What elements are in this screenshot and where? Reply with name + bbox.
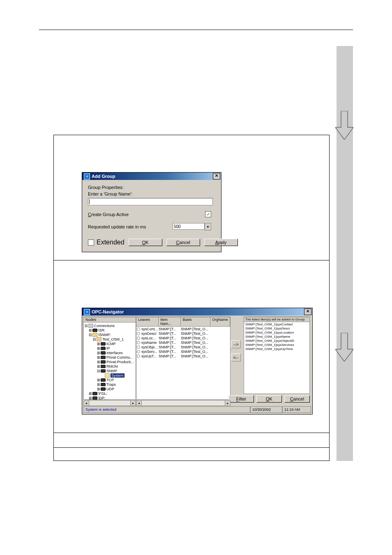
tree-node[interactable]: ⊞Interfaces xyxy=(85,350,135,355)
list-row[interactable]: sysDescrSNMP:[T...SNMP:[Test_O... xyxy=(136,331,230,336)
close-button[interactable]: ✕ xyxy=(304,309,311,315)
create-active-label: Create Group Active xyxy=(88,212,129,217)
folder-open-icon xyxy=(92,333,97,337)
bino-icon xyxy=(101,387,106,391)
update-rate-input[interactable] xyxy=(173,223,205,230)
list-row[interactable]: sysServ...SNMP:[T...SNMP:[Test_O... xyxy=(136,349,230,354)
selected-item[interactable]: SNMP:[Test_OSM_1]sysName xyxy=(245,335,308,339)
arrow-down-icon xyxy=(335,111,353,140)
list-row[interactable]: sysUpT...SNMP:[T...SNMP:[Test_O... xyxy=(136,354,230,358)
selected-item[interactable]: SNMP:[Test_OSM_1]sysLocation xyxy=(245,331,308,335)
col-item[interactable]: Item Nam... xyxy=(159,317,181,326)
status-time: 11:10 AM xyxy=(282,406,311,413)
tree-node[interactable]: ⊞\FDL: xyxy=(85,391,135,396)
tree-node[interactable]: ⊞Traps xyxy=(85,382,135,387)
selected-item[interactable]: SNMP:[Test_OSM_1]sysUpTime xyxy=(245,347,308,351)
tree-node[interactable]: ⊞IP xyxy=(85,346,135,350)
tree-node[interactable]: ⊞RMON xyxy=(85,364,135,368)
bino-icon xyxy=(101,342,106,345)
apply-button[interactable]: Apply xyxy=(204,239,238,246)
dialog-title: Add Group xyxy=(92,174,115,179)
selected-items-panel[interactable]: The listed Item(s) will be added to Grou… xyxy=(244,317,310,394)
sidebar-shade xyxy=(337,46,353,461)
tree-node[interactable]: ⊞\SR: xyxy=(85,328,135,332)
bino-icon xyxy=(101,383,106,386)
tree-node[interactable]: System xyxy=(85,373,135,378)
bino-icon xyxy=(101,360,106,364)
selected-items-header: The listed Item(s) will be added to Grou… xyxy=(244,317,309,322)
opc-navigator-window: ⋆ OPC-Navigator ✕ Nodes ⊟Connections⊞\SR… xyxy=(82,308,313,415)
tree-node[interactable]: ⊟Connections xyxy=(85,323,135,328)
window-title: OPC-Navigator xyxy=(92,309,124,314)
status-bar: System is selected 10/30/2002 11:10 AM xyxy=(83,406,311,413)
tree-node[interactable]: ⊞Privat-Producti... xyxy=(85,359,135,364)
transfer-buttons: --> <-- xyxy=(231,340,241,362)
folder-sel-icon xyxy=(105,373,110,378)
col-leaves[interactable]: Leaves xyxy=(136,317,159,326)
bino-icon xyxy=(101,378,106,382)
list-row[interactable]: sysObje...SNMP:[T...SNMP:[Test_O... xyxy=(136,345,230,349)
cancel-button[interactable]: Cancel xyxy=(166,239,200,246)
svg-marker-0 xyxy=(335,111,353,140)
bino-icon xyxy=(101,347,106,350)
computer-icon xyxy=(88,324,93,328)
ok-button[interactable]: OK xyxy=(129,239,162,246)
filter-button[interactable]: Filter xyxy=(228,395,254,403)
titlebar[interactable]: ⋆ OPC-Navigator ✕ xyxy=(82,308,312,315)
arrow-down-icon xyxy=(335,333,353,362)
update-rate-spinner[interactable]: ▼ xyxy=(173,223,211,230)
col-org[interactable]: OrgName xyxy=(210,317,230,326)
leaves-panel[interactable]: Leaves Item Nam... Basis OrgName sysCont… xyxy=(136,317,231,400)
list-row[interactable]: sysLoc...SNMP:[T...SNMP:[Test_O... xyxy=(136,336,230,340)
extended-checkbox[interactable] xyxy=(88,240,94,246)
list-row[interactable]: sysNameSNMP:[T...SNMP:[Test_O... xyxy=(136,340,230,345)
group-name-input[interactable] xyxy=(88,198,213,205)
bino-icon xyxy=(101,365,106,368)
cancel-button[interactable]: Cancel xyxy=(284,395,310,403)
tree-node[interactable]: ⊞TCP xyxy=(85,378,135,382)
col-basis[interactable]: Basis xyxy=(181,317,210,326)
tree-header: Nodes xyxy=(84,317,136,322)
tree-node[interactable]: ⊞\DP: xyxy=(85,396,135,400)
bino-icon xyxy=(101,351,106,355)
page: ⋆ Add Group ✕ Group Properties: Enter a … xyxy=(0,0,392,555)
move-right-button[interactable]: --> xyxy=(231,340,241,348)
create-active-checkbox[interactable]: ✓ xyxy=(205,211,211,217)
titlebar[interactable]: ⋆ Add Group ✕ xyxy=(82,173,221,180)
add-group-dialog: ⋆ Add Group ✕ Group Properties: Enter a … xyxy=(82,172,221,252)
bino-icon xyxy=(92,329,97,332)
tree-node[interactable]: ⊞ICMP xyxy=(85,341,135,346)
tree-node[interactable]: ⊞Privat-Commo... xyxy=(85,355,135,359)
selected-item[interactable]: SNMP:[Test_OSM_1]sysContact xyxy=(245,322,308,327)
main-instruction-box: ⋆ Add Group ✕ Group Properties: Enter a … xyxy=(53,135,330,461)
rate-dropdown-button[interactable]: ▼ xyxy=(205,223,211,230)
app-icon: ⋆ xyxy=(84,173,90,180)
bino-icon xyxy=(101,369,106,373)
tree-node[interactable]: ⊟SNMP xyxy=(85,368,135,373)
folder-open-icon xyxy=(97,337,101,341)
selected-item[interactable]: SNMP:[Test_OSM_1]sysServices xyxy=(245,343,308,347)
scroll-left-button[interactable]: ◂ xyxy=(136,401,142,405)
extended-label: Extended xyxy=(97,239,125,246)
list-row[interactable]: sysCont...SNMP:[T...SNMP:[Test_O... xyxy=(136,327,230,331)
selected-item[interactable]: SNMP:[Test_OSM_1]sysObjectID xyxy=(245,339,308,343)
app-icon: ⋆ xyxy=(84,309,90,315)
header-rule xyxy=(39,30,353,30)
tree-node[interactable]: ⊞UDP xyxy=(85,387,135,391)
close-button[interactable]: ✕ xyxy=(213,173,220,180)
tree-node[interactable]: ⊟Test_OSM_1 xyxy=(85,337,135,341)
bino-icon xyxy=(92,396,97,400)
scroll-right-button[interactable]: ▸ xyxy=(225,401,230,405)
status-text: System is selected xyxy=(83,406,250,413)
bino-icon xyxy=(101,356,106,359)
selected-item[interactable]: SNMP:[Test_OSM_1]sysDescr xyxy=(245,327,308,331)
scroll-left-button[interactable]: ◂ xyxy=(84,401,89,405)
move-left-button[interactable]: <-- xyxy=(231,353,241,362)
group-properties-label: Group Properties: xyxy=(88,185,215,190)
tree-node[interactable]: ⊟\SNMP: xyxy=(85,332,135,337)
scroll-right-button[interactable]: ▸ xyxy=(130,401,136,405)
tree-panel[interactable]: Nodes ⊟Connections⊞\SR:⊟\SNMP:⊟Test_OSM_… xyxy=(83,317,136,400)
list-scrollbar[interactable]: ◂ ▸ xyxy=(136,400,231,406)
tree-scrollbar[interactable]: ◂ ▸ xyxy=(83,400,136,406)
ok-button[interactable]: OK xyxy=(256,395,282,403)
